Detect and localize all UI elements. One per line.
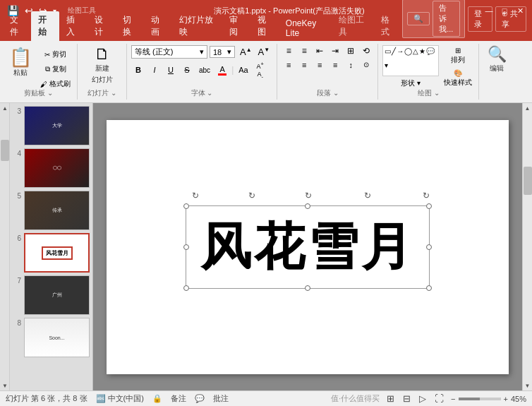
- align-justify-button[interactable]: ≡: [328, 60, 342, 70]
- slide-thumb-5[interactable]: 5 传承: [13, 191, 90, 230]
- scroll-down-arrow[interactable]: ▼: [0, 381, 10, 390]
- indent-increase-button[interactable]: ⇥: [328, 45, 342, 56]
- handle-bot-left[interactable]: [183, 285, 189, 291]
- scroll-thumb[interactable]: [524, 167, 532, 195]
- scroll-up-button[interactable]: ▲: [523, 103, 533, 113]
- editor-area[interactable]: ↻ ↻ ↻ ↻ ↻ 风花雪月: [93, 103, 522, 390]
- zoom-in-button[interactable]: +: [504, 395, 508, 403]
- reading-view-button[interactable]: ▷: [418, 393, 428, 404]
- handle-bot-right[interactable]: [426, 285, 432, 291]
- align-right-button[interactable]: ≡: [313, 60, 327, 70]
- share-button[interactable]: ⊕ 共享: [495, 6, 526, 32]
- tab-slideshow[interactable]: 幻灯片放映: [172, 11, 222, 41]
- text-direction-button[interactable]: ⟲: [359, 45, 373, 56]
- slide-img-7[interactable]: 广州: [24, 275, 90, 315]
- tab-file[interactable]: 文件: [3, 11, 31, 41]
- indent-decrease-button[interactable]: ⇤: [313, 45, 327, 56]
- slide-sorter-button[interactable]: ⊟: [401, 393, 412, 404]
- search-box[interactable]: 🔍 告诉我...: [402, 0, 464, 38]
- superscript-button[interactable]: A+: [253, 61, 267, 70]
- line-spacing-button[interactable]: ↕: [344, 60, 358, 70]
- selection-box[interactable]: ↻ ↻ ↻ ↻ ↻ 风花雪月: [186, 205, 430, 289]
- tab-onekey[interactable]: OneKey Lite: [279, 16, 332, 41]
- zoom-slider[interactable]: [459, 398, 501, 400]
- oval-shape[interactable]: ◯: [404, 47, 412, 61]
- align-left-button[interactable]: ≡: [282, 60, 296, 70]
- handle-mid-left[interactable]: [183, 244, 189, 250]
- login-button[interactable]: 登录: [468, 6, 492, 32]
- subscript-button[interactable]: A-: [253, 71, 267, 80]
- rotate-handle-2[interactable]: ↻: [248, 191, 255, 201]
- handle-top-mid[interactable]: [305, 203, 310, 209]
- increase-font-button[interactable]: A▲: [237, 46, 255, 58]
- list-bullets-button[interactable]: ≡: [282, 45, 296, 56]
- italic-button[interactable]: I: [147, 65, 162, 75]
- tab-transitions[interactable]: 切换: [116, 11, 144, 41]
- callout-shape[interactable]: 💬: [426, 47, 435, 61]
- handle-mid-right[interactable]: [426, 244, 432, 250]
- decrease-font-button[interactable]: A▼: [255, 46, 273, 58]
- shape-label-btn[interactable]: 形状 ▾: [382, 78, 439, 89]
- normal-view-button[interactable]: ⊞: [385, 393, 396, 404]
- star-shape[interactable]: ★: [419, 47, 425, 61]
- paste-button[interactable]: 📋 粘贴: [4, 45, 37, 79]
- shapes-palette[interactable]: ▭ ╱ → ◯ △ ★ 💬 ▾: [382, 45, 439, 76]
- tab-format[interactable]: 格式: [374, 11, 402, 41]
- edit-button[interactable]: 🔍 编辑: [484, 45, 509, 75]
- slide-img-8[interactable]: Soon...: [24, 318, 90, 357]
- arrow-shape[interactable]: →: [397, 47, 404, 61]
- arrange-button[interactable]: ⊞ 排列: [442, 45, 474, 66]
- slide-thumb-6[interactable]: 6 风花雪月: [13, 233, 90, 273]
- underline-button[interactable]: U: [164, 65, 178, 75]
- slideshow-button[interactable]: ⛶: [433, 393, 445, 404]
- cut-button[interactable]: ✂ 剪切: [38, 48, 73, 61]
- align-center-button[interactable]: ≡: [297, 60, 311, 70]
- handle-top-right[interactable]: [426, 203, 432, 209]
- triangle-shape[interactable]: △: [413, 47, 418, 61]
- rect-shape[interactable]: ▭: [385, 47, 391, 61]
- scroll-down-button[interactable]: ▼: [523, 381, 533, 390]
- slide-thumb-3[interactable]: 3 大学: [13, 106, 90, 145]
- tab-drawing-tools[interactable]: 绘图工具: [332, 11, 374, 41]
- scroll-track[interactable]: [523, 113, 533, 381]
- tab-design[interactable]: 设计: [87, 11, 116, 41]
- font-family-select[interactable]: 等线 (正文) ▾: [131, 45, 207, 59]
- text-selection[interactable]: ↻ ↻ ↻ ↻ ↻ 风花雪月: [186, 205, 430, 289]
- zoom-out-button[interactable]: −: [451, 395, 455, 403]
- list-numbered-button[interactable]: ≡: [297, 45, 311, 56]
- slide-img-4[interactable]: ⬡⬡: [24, 148, 90, 188]
- slide-img-3[interactable]: 大学: [24, 106, 90, 145]
- slide-img-5[interactable]: 传承: [24, 191, 90, 230]
- slide-img-6[interactable]: 风花雪月: [24, 233, 90, 273]
- columns-button[interactable]: ⊞: [344, 45, 358, 56]
- new-slide-button[interactable]: 🗋 新建 幻灯片: [89, 45, 116, 86]
- slide-thumb-8[interactable]: 8 Soon...: [13, 318, 90, 357]
- font-size-select[interactable]: 18 ▾: [210, 46, 235, 58]
- tab-review[interactable]: 审阅: [222, 11, 250, 41]
- handle-bot-mid[interactable]: [305, 285, 310, 291]
- scroll-thumb-left[interactable]: [1, 140, 9, 161]
- tab-view[interactable]: 视图: [250, 11, 279, 41]
- quick-styles-button[interactable]: 🎨 快速样式: [442, 68, 474, 89]
- strikethrough-button[interactable]: S: [180, 65, 194, 75]
- bold-button[interactable]: B: [131, 65, 145, 75]
- slide-thumb-4[interactable]: 4 ⬡⬡: [13, 148, 90, 188]
- tab-insert[interactable]: 插入: [59, 11, 87, 41]
- scroll-up-arrow[interactable]: ▲: [0, 103, 10, 113]
- shadow-button[interactable]: abc: [196, 66, 213, 75]
- more-shapes[interactable]: ▾: [385, 61, 388, 75]
- tab-animations[interactable]: 动画: [144, 11, 172, 41]
- rotate-handle-4[interactable]: ↻: [364, 191, 371, 201]
- line-shape[interactable]: ╱: [392, 47, 396, 61]
- font-color-picker[interactable]: Aa: [236, 65, 250, 75]
- copy-button[interactable]: ⧉ 复制: [38, 63, 73, 76]
- convert-to-smartart-button[interactable]: ⊙: [359, 60, 373, 70]
- tab-home[interactable]: 开始: [31, 11, 59, 41]
- slide-canvas[interactable]: ↻ ↻ ↻ ↻ ↻ 风花雪月: [107, 120, 509, 374]
- rotate-handle-1[interactable]: ↻: [192, 191, 199, 201]
- rotate-handle-3[interactable]: ↻: [305, 191, 312, 201]
- handle-top-left[interactable]: [183, 203, 189, 209]
- font-color-button[interactable]: A: [215, 64, 229, 76]
- rotate-handle-5[interactable]: ↻: [423, 191, 430, 201]
- slide-thumb-7[interactable]: 7 广州: [13, 275, 90, 315]
